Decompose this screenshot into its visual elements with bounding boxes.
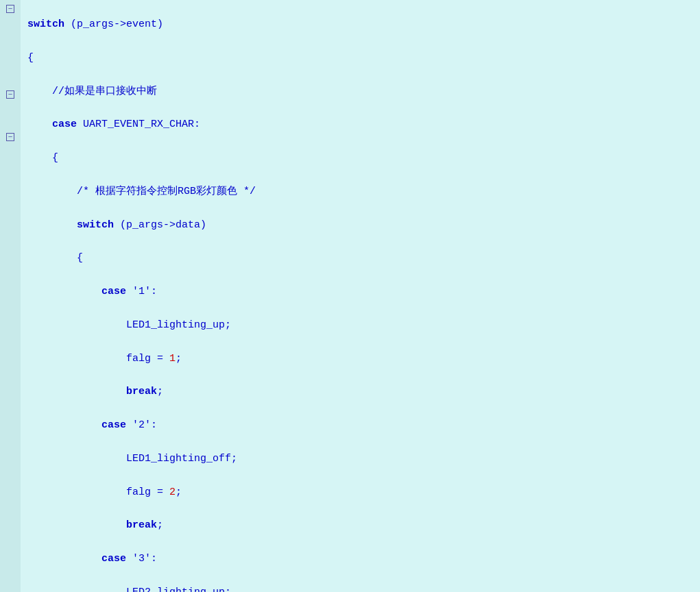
- code-line-5: {: [27, 150, 700, 167]
- code-line-13: case '2':: [27, 417, 700, 434]
- code-line-12: break;: [27, 384, 700, 401]
- code-line-18: LED2_lighting_up;: [27, 584, 700, 592]
- code-line-10: LED1_lighting_up;: [27, 317, 700, 334]
- code-line-4: case UART_EVENT_RX_CHAR:: [27, 116, 700, 134]
- fold-icon-2[interactable]: −: [5, 89, 16, 100]
- code-area: switch (p_args->event) { //如果是串口接收中断 cas…: [21, 0, 700, 592]
- code-line-17: case '3':: [27, 551, 700, 568]
- editor-container: − − − switch (p_args->event) { //如果是串口接收…: [0, 0, 700, 592]
- fold-icon-3[interactable]: −: [5, 132, 16, 143]
- gutter: − − −: [0, 0, 21, 592]
- fold-icon-1[interactable]: −: [5, 3, 16, 14]
- code-line-3: //如果是串口接收中断: [27, 84, 700, 101]
- code-line-14: LED1_lighting_off;: [27, 451, 700, 468]
- code-line-15: falg = 2;: [27, 484, 700, 502]
- code-line-2: {: [27, 50, 700, 67]
- code-line-16: break;: [27, 517, 700, 534]
- code-line-6: /* 根据字符指令控制RGB彩灯颜色 */: [27, 184, 700, 201]
- code-line-7: switch (p_args->data): [27, 217, 700, 234]
- code-line-1: switch (p_args->event): [27, 16, 700, 34]
- code-line-8: {: [27, 250, 700, 267]
- code-line-9: case '1':: [27, 284, 700, 301]
- code-line-11: falg = 1;: [27, 351, 700, 368]
